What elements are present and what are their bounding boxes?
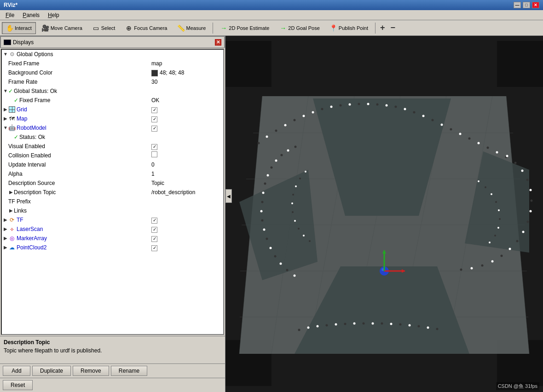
laser-scan-item[interactable]: ⟡ LaserScan	[2, 225, 223, 234]
background-color-value[interactable]: 48; 48; 48	[150, 69, 223, 77]
point-cloud2-checkbox[interactable]	[151, 245, 157, 251]
svg-rect-2	[497, 41, 543, 87]
global-options-arrow[interactable]	[3, 52, 8, 57]
publish-point-label: Publish Point	[339, 25, 368, 31]
tf-item[interactable]: ⟳ TF	[2, 215, 223, 225]
maximize-button[interactable]: □	[523, 2, 530, 8]
svg-point-46	[284, 124, 287, 127]
rename-button[interactable]: Rename	[111, 366, 147, 376]
scene-svg	[225, 36, 543, 392]
svg-point-104	[498, 209, 500, 211]
move-camera-tool[interactable]: 🎥 Move Camera	[38, 22, 87, 34]
map-arrow[interactable]	[3, 116, 8, 121]
visual-enabled-label: Visual Enabled	[8, 142, 150, 150]
map-checkbox[interactable]	[151, 116, 157, 122]
svg-point-96	[427, 327, 429, 329]
interact-tool[interactable]: ✋ Interact	[2, 22, 36, 34]
menu-bar: File Panels Help	[0, 10, 543, 20]
fps-counter: CSDN @鱼 31fps	[496, 382, 539, 390]
svg-point-118	[309, 240, 311, 242]
point-cloud2-item[interactable]: ☁ PointCloud2	[2, 243, 223, 252]
svg-point-48	[266, 136, 268, 138]
map-item[interactable]: 🗺 Map	[2, 114, 223, 123]
publish-point-tool[interactable]: 📍 Publish Point	[326, 22, 372, 34]
interact-icon: ✋	[6, 24, 13, 32]
marker-array-label: MarkerArray	[17, 234, 150, 242]
marker-array-arrow[interactable]	[3, 236, 8, 241]
grid-item[interactable]: Grid	[2, 105, 223, 114]
svg-point-74	[530, 210, 532, 213]
focus-camera-tool[interactable]: ⊕ Focus Camera	[121, 22, 171, 34]
grid-checkbox-cell	[150, 105, 223, 114]
desc-topic-item[interactable]: Description Topic /robot_description	[2, 188, 223, 197]
update-interval-value[interactable]: 0	[150, 161, 223, 169]
menu-help[interactable]: Help	[44, 11, 63, 19]
links-arrow[interactable]	[8, 208, 14, 213]
visual-enabled-checkbox[interactable]	[151, 144, 157, 150]
global-options-item[interactable]: ⚙ Global Options	[2, 50, 223, 59]
laser-scan-arrow[interactable]	[3, 226, 8, 232]
robot-model-checkbox[interactable]	[151, 126, 157, 132]
svg-point-55	[274, 255, 277, 258]
desc-topic-value[interactable]: /robot_description	[150, 188, 223, 196]
window-close-button[interactable]: ✕	[532, 2, 539, 8]
add-button[interactable]: Add	[3, 366, 30, 376]
collision-enabled-checkbox[interactable]	[151, 151, 157, 157]
rm-status-item: ✓ Status: Ok	[2, 133, 223, 142]
svg-point-50	[260, 210, 263, 213]
update-interval-item: Update Interval 0	[2, 160, 223, 169]
svg-point-102	[491, 193, 492, 195]
robot-model-item[interactable]: 🤖 RobotModel	[2, 123, 223, 133]
desc-topic-arrow[interactable]	[8, 190, 14, 195]
tf-arrow[interactable]	[3, 217, 8, 223]
frame-rate-value[interactable]: 30	[150, 78, 223, 86]
marker-array-item[interactable]: ◎ MarkerArray	[2, 234, 223, 243]
point-cloud2-arrow[interactable]	[3, 245, 8, 250]
svg-point-94	[409, 324, 411, 327]
svg-point-113	[291, 202, 293, 204]
global-status-item[interactable]: ✓ Global Status: Ok	[2, 86, 223, 96]
measure-tool[interactable]: 📏 Measure	[173, 22, 210, 34]
svg-point-103	[495, 201, 497, 203]
menu-panels[interactable]: Panels	[19, 11, 43, 19]
menu-file[interactable]: File	[2, 11, 18, 19]
svg-point-26	[349, 104, 351, 106]
svg-point-109	[305, 171, 306, 173]
global-status-arrow[interactable]	[3, 88, 8, 94]
duplicate-button[interactable]: Duplicate	[32, 366, 71, 376]
desc-source-label: Description Source	[8, 179, 150, 187]
minimize-button[interactable]: —	[514, 2, 521, 8]
robot-model-arrow[interactable]	[3, 125, 8, 131]
tf-checkbox[interactable]	[151, 218, 157, 224]
links-item[interactable]: Links	[2, 206, 223, 215]
move-camera-icon: 🎥	[42, 24, 49, 32]
robot-model-checkbox-cell	[150, 124, 223, 132]
fixed-frame-value[interactable]: map	[150, 59, 223, 68]
rm-status-check: ✓	[14, 133, 18, 141]
svg-point-61	[264, 183, 266, 185]
laser-scan-checkbox[interactable]	[151, 227, 157, 233]
robot-model-icon: 🤖	[8, 124, 16, 132]
desc-source-value[interactable]: Topic	[150, 179, 223, 187]
select-tool[interactable]: ▭ Select	[88, 22, 120, 34]
svg-point-72	[530, 189, 532, 191]
svg-point-111	[295, 185, 297, 187]
reset-button[interactable]: Reset	[3, 380, 33, 390]
laser-scan-icon: ⟡	[8, 225, 16, 233]
add-tool-button[interactable]: +	[378, 23, 387, 33]
marker-array-checkbox[interactable]	[151, 236, 157, 242]
svg-point-77	[516, 240, 519, 242]
displays-close-button[interactable]: ✕	[215, 39, 221, 46]
remove-button[interactable]: Remove	[73, 366, 109, 376]
gs-fixed-frame-value: OK	[150, 96, 223, 104]
panel-collapse-arrow[interactable]: ◀	[225, 189, 232, 203]
viewport-3d[interactable]: CSDN @鱼 31fps	[225, 36, 543, 392]
alpha-value[interactable]: 1	[150, 170, 223, 178]
remove-tool-button[interactable]: −	[389, 23, 398, 33]
goal-pose-tool[interactable]: → 2D Goal Pose	[275, 22, 323, 34]
pose-estimate-tool[interactable]: → 2D Pose Estimate	[216, 22, 273, 34]
grid-checkbox[interactable]	[151, 107, 157, 113]
displays-tree[interactable]: ⚙ Global Options Fixed Frame map Backgro…	[1, 49, 224, 335]
svg-point-38	[459, 133, 462, 135]
grid-arrow[interactable]	[3, 107, 8, 112]
